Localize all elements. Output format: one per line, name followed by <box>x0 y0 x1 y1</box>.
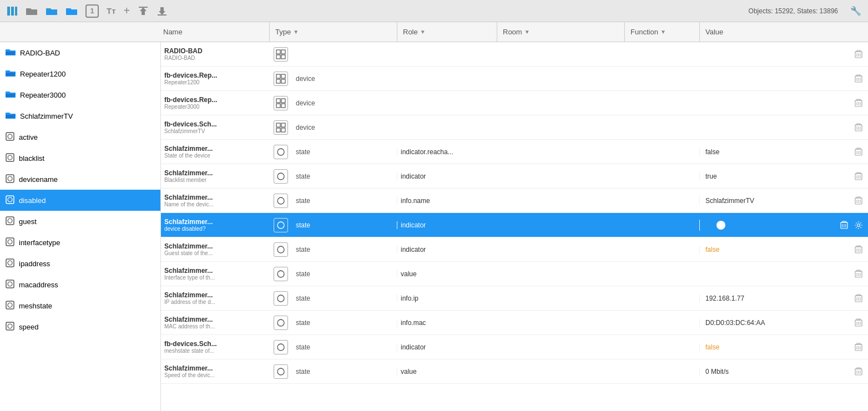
row-main-name: fb-devices.Rep... <box>164 96 266 104</box>
svg-point-100 <box>277 344 284 351</box>
sidebar-item-radio-bad[interactable]: RADIO-BAD <box>0 42 160 63</box>
table-row[interactable]: Schlafzimmer...Guest state of the... sta… <box>161 237 868 262</box>
sidebar-item-blacklist[interactable]: blacklist <box>0 148 160 169</box>
svg-rect-25 <box>6 322 14 330</box>
sidebar-item-ipaddress[interactable]: ipaddress <box>0 253 160 274</box>
topbar: 1 Tт + Objects: 15292, States: 13896 🔧 <box>0 0 868 22</box>
row-main-name: Schlafzimmer... <box>164 242 266 250</box>
cell-type-icon <box>269 194 292 208</box>
cell-value: false <box>699 343 849 351</box>
table-row[interactable]: Schlafzimmer...MAC address of th... stat… <box>161 311 868 335</box>
table-row[interactable]: RADIO-BADRADIO-BAD <box>161 42 868 67</box>
folder-icon <box>6 69 16 79</box>
cell-name: Schlafzimmer...Interface type of th... <box>161 265 269 283</box>
state-icon <box>6 301 14 311</box>
delete-button[interactable] <box>852 170 865 182</box>
table-row[interactable]: Schlafzimmer...IP address of the d... st… <box>161 286 868 311</box>
cell-actions <box>849 146 868 158</box>
table-row[interactable]: Schlafzimmer...Blacklist member stateind… <box>161 164 868 189</box>
svg-point-14 <box>8 197 12 202</box>
delete-button[interactable] <box>852 146 865 158</box>
sidebar-item-label-ipaddress: ipaddress <box>19 260 50 268</box>
table-row[interactable]: fb-devices.Sch...meshstate state of... s… <box>161 335 868 359</box>
svg-rect-11 <box>6 175 14 182</box>
col-header-function[interactable]: Function ▼ <box>624 22 699 42</box>
row-main-name: Schlafzimmer... <box>164 218 266 226</box>
state-icon <box>274 291 288 306</box>
sidebar-item-disabled[interactable]: disabled <box>0 190 160 211</box>
sidebar-item-repeater1200[interactable]: Repeater1200 <box>0 63 160 84</box>
cell-type-label: state <box>292 148 397 156</box>
delete-button[interactable] <box>852 341 865 353</box>
table-row[interactable]: Schlafzimmer...State of the device state… <box>161 140 868 164</box>
svg-point-12 <box>8 176 12 181</box>
delete-button[interactable] <box>852 195 865 207</box>
toggle-switch[interactable] <box>705 220 726 231</box>
function-sort-icon: ▼ <box>660 29 666 35</box>
table-row[interactable]: Schlafzimmer...Interface type of th... s… <box>161 262 868 286</box>
sidebar: RADIO-BADRepeater1200Repeater3000Schlafz… <box>0 42 161 411</box>
folder-closed-icon[interactable] <box>26 6 38 16</box>
col-header-room[interactable]: Room ▼ <box>497 22 624 42</box>
col-header-role[interactable]: Role ▼ <box>397 22 497 42</box>
delete-button[interactable] <box>852 292 865 305</box>
sidebar-item-label-blacklist: blacklist <box>19 154 44 163</box>
folder-blue-icon[interactable] <box>65 6 78 16</box>
svg-rect-4 <box>139 7 148 8</box>
sidebar-item-macaddress[interactable]: macaddress <box>0 274 160 295</box>
cell-actions <box>849 121 868 134</box>
row-main-name: RADIO-BAD <box>164 47 266 55</box>
cell-type-icon <box>269 169 292 184</box>
sidebar-item-label-schlafzimmertv: SchlafzimmerTV <box>20 112 73 120</box>
table-row[interactable]: Schlafzimmer...device disabled? stateind… <box>161 213 868 237</box>
row-sub-name: SchlafzimmerTV <box>164 128 266 134</box>
svg-rect-54 <box>281 128 285 132</box>
cell-value: false <box>699 246 849 253</box>
col-header-name[interactable]: Name <box>161 22 269 42</box>
table-row[interactable]: Schlafzimmer...Speed of the devic... sta… <box>161 359 868 384</box>
delete-button[interactable] <box>852 243 865 256</box>
delete-button[interactable] <box>852 317 865 329</box>
sidebar-item-guest[interactable]: guest <box>0 211 160 232</box>
table-row[interactable]: fb-devices.Rep...Repeater1200 device <box>161 67 868 91</box>
sidebar-item-meshstate[interactable]: meshstate <box>0 295 160 316</box>
state-icon <box>6 258 14 269</box>
folder-open-icon[interactable] <box>46 6 58 16</box>
cell-type-icon <box>269 291 292 306</box>
delete-button[interactable] <box>852 268 865 280</box>
cell-name: Schlafzimmer...State of the device <box>161 143 269 161</box>
value-text: D0:D0:03:DC:64:AA <box>705 319 765 327</box>
download-icon[interactable] <box>157 6 168 17</box>
cell-type-label: state <box>292 221 397 229</box>
svg-rect-52 <box>281 123 285 127</box>
col-header-type[interactable]: Type ▼ <box>269 22 397 42</box>
settings-icon[interactable]: 🔧 <box>850 6 861 16</box>
svg-rect-29 <box>276 55 280 59</box>
table-row[interactable]: fb-devices.Sch...SchlafzimmerTV device <box>161 115 868 140</box>
settings-button[interactable] <box>852 219 865 231</box>
sidebar-item-devicename[interactable]: devicename <box>0 169 160 190</box>
sidebar-item-interfacetype[interactable]: interfacetype <box>0 232 160 253</box>
badge-1-icon[interactable]: 1 <box>85 4 99 18</box>
text-size-icon[interactable]: Tт <box>107 6 116 16</box>
table-row[interactable]: fb-devices.Rep...Repeater3000 device <box>161 91 868 115</box>
sidebar-item-repeater3000[interactable]: Repeater3000 <box>0 84 160 105</box>
delete-button[interactable] <box>852 48 865 60</box>
columns-icon[interactable] <box>7 6 18 17</box>
svg-rect-38 <box>281 79 285 83</box>
row-sub-name: Repeater3000 <box>164 104 266 110</box>
upload-icon[interactable] <box>138 6 149 17</box>
delete-button[interactable] <box>852 97 865 109</box>
delete-button[interactable] <box>838 219 850 231</box>
sidebar-item-speed[interactable]: speed <box>0 316 160 337</box>
table-row[interactable]: Schlafzimmer...Name of the devic... stat… <box>161 189 868 213</box>
delete-button[interactable] <box>852 73 865 85</box>
sidebar-item-active[interactable]: active <box>0 126 160 148</box>
sidebar-item-label-meshstate: meshstate <box>19 302 52 310</box>
delete-button[interactable] <box>852 121 865 134</box>
state-icon <box>274 194 288 208</box>
row-sub-name: Speed of the devic... <box>164 372 266 378</box>
sidebar-item-schlafzimmertv[interactable]: SchlafzimmerTV <box>0 105 160 126</box>
delete-button[interactable] <box>852 366 865 378</box>
add-icon[interactable]: + <box>124 4 130 17</box>
